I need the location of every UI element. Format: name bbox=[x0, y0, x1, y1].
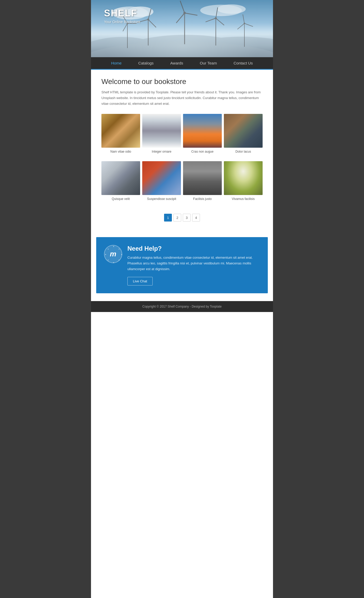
grid-caption-6: Suspendisse suscipit bbox=[147, 197, 176, 201]
svg-point-33 bbox=[113, 262, 114, 263]
grid-item-4: Dolor lacus bbox=[224, 114, 263, 159]
help-text: Curabitur magna tellus, condimentum vita… bbox=[127, 255, 260, 272]
main-content: Welcome to our bookstore Shelf HTML temp… bbox=[91, 70, 273, 237]
image-grid-row2: Quisque velit Suspendisse suscipit Facil… bbox=[101, 161, 263, 206]
nav-home[interactable]: Home bbox=[103, 57, 130, 69]
svg-point-34 bbox=[105, 254, 106, 255]
page-btn-4[interactable]: 4 bbox=[192, 214, 200, 222]
grid-item-1: Nam vitae odio bbox=[101, 114, 140, 159]
welcome-text: Shelf HTML template is provided by Toopl… bbox=[101, 89, 263, 107]
grid-caption-1: Nam vitae odio bbox=[110, 150, 131, 153]
grid-item-2: Integer ornare bbox=[142, 114, 181, 159]
pagination: 1 2 3 4 bbox=[101, 209, 263, 229]
svg-point-32 bbox=[113, 246, 114, 247]
grid-image-bridge[interactable] bbox=[142, 161, 181, 195]
grid-image-house[interactable] bbox=[101, 161, 140, 195]
grid-item-7: Facilisis justo bbox=[183, 161, 222, 206]
help-section: m Need Help? Curabitur magna tellus, con… bbox=[96, 237, 268, 293]
hero-section: SHELF Your Online Bookstore bbox=[91, 0, 273, 57]
grid-image-person[interactable] bbox=[183, 161, 222, 195]
svg-point-38 bbox=[108, 259, 109, 261]
help-logo: m bbox=[104, 245, 122, 263]
nav-awards[interactable]: Awards bbox=[162, 57, 192, 69]
page-btn-3[interactable]: 3 bbox=[183, 214, 191, 222]
footer-text: Copyright © 2017 Shelf Company - Designe… bbox=[142, 305, 222, 308]
help-logo-decoration bbox=[105, 245, 123, 264]
help-content: Need Help? Curabitur magna tellus, condi… bbox=[127, 245, 260, 285]
page-btn-2[interactable]: 2 bbox=[173, 214, 181, 222]
grid-caption-3: Cras non augue bbox=[191, 150, 213, 153]
grid-caption-4: Dolor lacus bbox=[235, 150, 251, 153]
page-wrapper: SHELF Your Online Bookstore Home Catalog… bbox=[91, 0, 273, 598]
grid-caption-2: Integer ornare bbox=[152, 150, 171, 153]
svg-point-39 bbox=[119, 259, 120, 261]
grid-caption-7: Facilisis justo bbox=[193, 197, 212, 201]
svg-point-6 bbox=[217, 4, 246, 14]
grid-image-autumn[interactable] bbox=[101, 114, 140, 148]
hero-text: SHELF Your Online Bookstore bbox=[104, 8, 140, 24]
svg-point-37 bbox=[119, 249, 120, 250]
nav-contact-us[interactable]: Contact Us bbox=[225, 57, 261, 69]
live-chat-button[interactable]: Live Chat bbox=[127, 277, 153, 285]
grid-image-mushroom[interactable] bbox=[224, 161, 263, 195]
grid-item-8: Vivamus facilisis bbox=[224, 161, 263, 206]
grid-image-road[interactable] bbox=[224, 114, 263, 148]
help-title: Need Help? bbox=[127, 245, 260, 252]
grid-caption-8: Vivamus facilisis bbox=[232, 197, 255, 201]
grid-caption-5: Quisque velit bbox=[112, 197, 130, 201]
grid-image-building[interactable] bbox=[142, 114, 181, 148]
grid-item-6: Suspendisse suscipit bbox=[142, 161, 181, 206]
grid-item-3: Cras non augue bbox=[183, 114, 222, 159]
page-btn-1[interactable]: 1 bbox=[164, 214, 172, 222]
nav-our-team[interactable]: Our Team bbox=[192, 57, 225, 69]
footer: Copyright © 2017 Shelf Company - Designe… bbox=[91, 301, 273, 312]
site-title: SHELF bbox=[104, 8, 140, 19]
svg-point-35 bbox=[121, 254, 122, 255]
grid-item-5: Quisque velit bbox=[101, 161, 140, 206]
site-subtitle: Your Online Bookstore bbox=[104, 20, 140, 24]
nav-catalogs[interactable]: Catalogs bbox=[130, 57, 162, 69]
main-nav: Home Catalogs Awards Our Team Contact Us bbox=[91, 57, 273, 70]
welcome-title: Welcome to our bookstore bbox=[101, 77, 263, 86]
svg-point-36 bbox=[108, 249, 109, 250]
grid-image-jump[interactable] bbox=[183, 114, 222, 148]
image-grid-row1: Nam vitae odio Integer ornare Cras non a… bbox=[101, 114, 263, 159]
